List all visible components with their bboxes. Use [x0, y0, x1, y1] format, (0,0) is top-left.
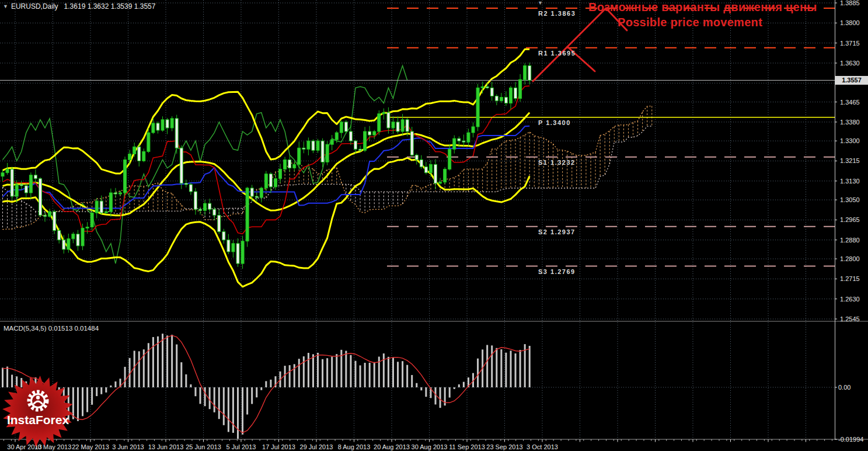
ohlc-quotes: 1.3619 1.3632 1.3539 1.3557 [64, 2, 156, 11]
symbol-label: EURUSD,Daily [11, 2, 58, 11]
price-tick-label: 1.3050 [840, 196, 860, 203]
pivot-label-s1: S1 1.3232 [538, 159, 576, 166]
price-tick-label: 1.3630 [840, 60, 860, 67]
pivot-label-r1: R1 1.3695 [538, 50, 576, 57]
macd-tick-label: 0.00 [838, 384, 850, 391]
price-tick-label: 1.2880 [840, 237, 860, 244]
chart-shift-triangle-icon: ▼ [538, 0, 543, 6]
candles-layer [1, 63, 531, 269]
pivot-label-p: P 1.3400 [538, 119, 571, 126]
price-tick-label: 1.3215 [840, 157, 860, 164]
price-tick-label: 1.3130 [840, 178, 860, 185]
pivot-label-r2: R2 1.3863 [538, 10, 576, 17]
macdg-layer [2, 334, 531, 439]
macd-tick-label: -0.01994 [838, 436, 863, 443]
price-tick-label: 1.3465 [840, 99, 860, 106]
chart-canvas[interactable] [0, 0, 868, 451]
macd-indicator-label: MACD(5,34,5) 0.01513 0.01484 [4, 325, 99, 332]
price-tick-label: 1.2630 [840, 296, 860, 303]
price-tick-label: 1.2800 [840, 255, 860, 262]
symbol-marker-icon: ▼ [3, 4, 8, 9]
macd-values: 0.01513 0.01484 [48, 325, 99, 332]
price-tick-label: 1.3885 [840, 0, 860, 6]
price-tick-label: 1.3300 [840, 137, 860, 144]
price-tick-label: 1.2715 [840, 275, 860, 282]
mt4-chart-window: ▼EURUSD,Daily1.3619 1.3632 1.3539 1.3557… [0, 0, 868, 451]
annotation-text-ru: Возможные варианты движения цены [588, 1, 817, 14]
instaforex-logo: InstaForex [1, 375, 75, 450]
price-tick-label: 1.2965 [840, 216, 860, 223]
price-tick-label: 1.3715 [840, 40, 860, 47]
price-tick-label: 1.2545 [840, 315, 860, 322]
annotation-text-en: Possible price movement [618, 16, 762, 29]
date-tick-label: 3 Oct 2013 [519, 443, 566, 450]
logo-text: InstaForex [7, 413, 69, 426]
pivot-label-s3: S3 1.2769 [538, 268, 576, 275]
price-tick-label: 1.3800 [840, 19, 860, 26]
macd-name: MACD(5,34,5) [4, 325, 47, 332]
chart-title: ▼EURUSD,Daily1.3619 1.3632 1.3539 1.3557 [3, 2, 155, 11]
current-price-tag: 1.3557 [835, 76, 868, 85]
pivot-label-s2: S2 1.2937 [538, 228, 576, 235]
price-tick-label: 1.3380 [840, 119, 860, 126]
